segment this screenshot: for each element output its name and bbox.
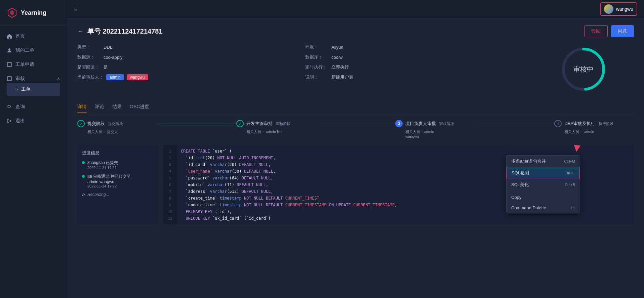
tab-details[interactable]: 详情 [77,101,87,113]
status-circle-container: 审核中 [533,44,634,94]
tab-results[interactable]: 结果 [112,101,122,113]
database-row: 数据库： coolw [305,54,533,60]
desc-label: 说明： [305,74,329,80]
datasource-row: 数据源： coo-apply [77,54,305,60]
sidebar-apply-label: 工单申请 [15,61,34,68]
back-button[interactable]: ← [77,28,83,35]
page-header-left: ← 单号 2022112417214781 [77,27,163,36]
user-menu[interactable]: wangwu [600,2,637,16]
code-line-1: CREATE TABLE `user` ( [181,148,630,155]
hamburger-button[interactable]: ≡ [74,6,78,13]
status-circle: 审核中 [558,44,609,94]
reject-button[interactable]: 驳回 [584,25,608,37]
info-grid: 类型： DDL 数据源： coo-apply 是否回滚： 是 当前审核人： ad… [77,44,634,94]
ctx-sql-format-label: SQL美化 [511,182,529,188]
env-row: 环境： Aliyun [305,44,533,50]
ctx-item-copy[interactable]: Copy [507,192,580,203]
line-num-10: 10 [163,208,177,215]
workflow-step-1: ✓ 提交阶段 提交阶段 相关人员： 提交人 [77,120,157,134]
info-right: 环境： Aliyun 数据库： coolw 定时执行： 立即执行 说明： 新建用… [305,44,533,94]
info-left: 类型： DDL 数据源： coo-apply 是否回滚： 是 当前审核人： ad… [77,44,305,94]
page-content: ← 单号 2022112417214781 驳回 同意 类型： DDL 数据源：… [67,18,644,298]
progress-name-2: lisi 审核通过,并已转交至admin wangwu [87,174,153,184]
workflow-step-2: ✓ 开发主管审批 审核阶段 相关人员： admin lisi [236,120,316,134]
sidebar-item-ticket-sub[interactable]: fx 工单 [7,83,60,96]
approver-badge-admin: admin [106,74,124,80]
tab-osc[interactable]: OSC进度 [130,101,149,113]
type-value: DDL [104,45,112,50]
step-1-related-label: 相关人员： [87,130,106,134]
bottom-area: 进度信息 zhangsan 已提交 2022-11-24 17:21 lisi … [77,145,634,224]
step-3-details: 相关人员：admin wangwu [395,129,434,138]
type-label: 类型： [77,44,101,50]
apply-icon [7,62,12,67]
sidebar-item-home[interactable]: 首页 [0,29,67,43]
ctx-sql-check-shortcut: Ctrl+E [564,171,575,175]
ctx-sql-check-label: SQL检测 [512,170,529,176]
line-num-8: 8 [163,195,177,202]
code-panel: 1 2 3 4 5 6 7 8 9 10 11 [163,145,634,224]
svg-point-5 [8,105,10,108]
tab-comments[interactable]: 评论 [95,101,104,113]
audit-icon [7,76,12,81]
rollback-value: 是 [104,64,108,70]
database-value: coolw [331,55,343,60]
workflow-step-1-header: ✓ 提交阶段 提交阶段 [77,120,157,127]
step-connector-2 [316,124,396,124]
approve-button[interactable]: 同意 [611,25,634,37]
home-icon [7,34,12,39]
header-actions: 驳回 同意 [584,25,634,37]
user-icon [7,48,12,53]
ctx-item-command-palette[interactable]: Command Palette F1 [507,203,580,213]
step-3-related-label: 相关人员： [405,130,424,134]
ctx-alter-shortcut: Ctrl+M [564,159,575,163]
sidebar-item-logout[interactable]: 退出 [0,114,67,128]
line-num-4: 4 [163,168,177,175]
sidebar-audit-label: 审核 [15,76,25,82]
sidebar-item-query[interactable]: 查询 [0,100,67,114]
main-content: ≡ wangwu ← 单号 2022112417214781 驳回 同意 类型： [67,0,644,298]
sidebar-item-apply[interactable]: 工单申请 [0,57,67,72]
approver-label: 当前审核人： [77,74,104,80]
step-4-related-label: 相关人员： [564,130,583,134]
step-3-phase: 审核阶段 [439,121,454,126]
ctx-item-sql-check[interactable]: SQL检测 Ctrl+E [507,167,580,179]
ctx-alter-label: 多条alter语句合并 [511,158,546,164]
step-1-details: 相关人员： 提交人 [77,129,118,134]
step-2-details: 相关人员： admin lisi [236,129,281,134]
line-num-9: 9 [163,202,177,208]
step-3-title: 项目负责人审批 [405,121,436,127]
progress-title: 进度信息 [82,150,153,156]
ctx-item-sql-format[interactable]: SQL美化 Ctrl+B [507,179,580,190]
svg-rect-4 [7,77,11,81]
topbar: ≡ wangwu [67,0,644,18]
status-text: 审核中 [573,65,594,74]
line-num-11: 11 [163,215,177,222]
step-4-phase: 执行阶段 [599,121,613,126]
progress-item-2: lisi 审核通过,并已转交至admin wangwu 2022-11-24 1… [82,174,153,188]
line-numbers: 1 2 3 4 5 6 7 8 9 10 11 [163,145,177,224]
ctx-sql-format-shortcut: Ctrl+B [565,183,575,187]
chevron-up-icon: ∧ [57,76,60,81]
schedule-row: 定时执行： 立即执行 [305,64,533,70]
sidebar-item-my-tickets[interactable]: 我的工单 [0,43,67,57]
progress-name-1: zhangsan 已提交 [87,160,153,166]
workflow-step-2-header: ✓ 开发主管审批 审核阶段 [236,120,316,127]
step-3-related: admin [424,130,434,134]
sidebar-audit-header[interactable]: 审核 ∧ [7,76,60,82]
approver-badge-wangwu: wangwu [127,74,148,80]
ctx-copy-label: Copy [511,195,521,200]
tabs: 详情 评论 结果 OSC进度 [77,101,634,113]
progress-dot-2 [82,175,85,178]
env-label: 环境： [305,44,329,50]
step-1-icon: ✓ [77,120,85,127]
sidebar: Yearning 首页 我的工单 工单申请 审核 ∧ fx 工单 [0,0,67,298]
ctx-item-alter[interactable]: 多条alter语句合并 Ctrl+M [507,156,580,167]
approver-row: 当前审核人： admin wangwu [77,74,305,80]
type-row: 类型： DDL [77,44,305,50]
sidebar-ticket-sub-label: 工单 [21,86,31,92]
fx-icon: fx [15,87,18,91]
sidebar-query-label: 查询 [15,104,25,110]
step-4-icon: 4 [554,120,562,127]
step-3-related2: wangwu [405,134,419,138]
